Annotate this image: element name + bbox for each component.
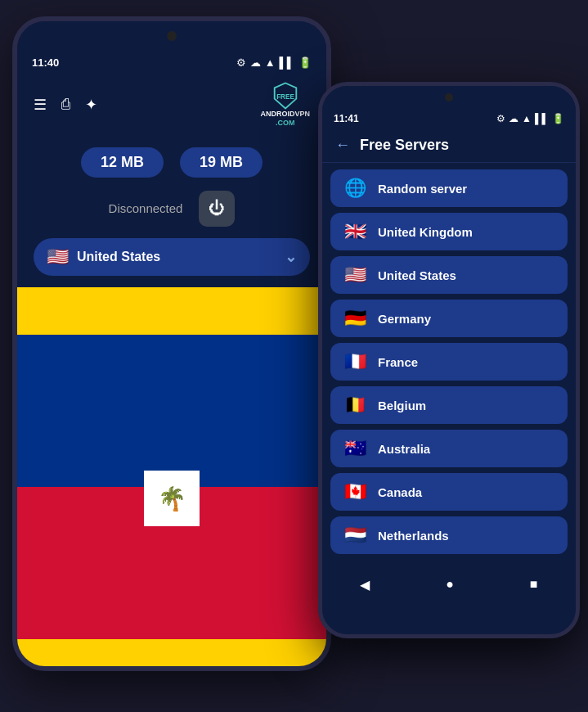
phone1-status-icons: ⚙ ☁ ▲ ▌▌ 🔋 (236, 56, 312, 69)
flag-blue (17, 335, 326, 487)
server-item-canada[interactable]: 🇨🇦Canada (330, 473, 568, 511)
selected-country-flag: 🇺🇸 (47, 246, 69, 268)
power-button[interactable]: ⏻ (199, 191, 235, 227)
settings-icon2: ⚙ (496, 113, 505, 124)
battery-icon2: 🔋 (552, 113, 564, 124)
server-name-2: United States (378, 268, 456, 282)
server-list: 🌐Random server🇬🇧United Kingdom🇺🇸United S… (322, 163, 576, 566)
signal-icon: ▌▌ (280, 56, 294, 69)
server-item-belgium[interactable]: 🇧🇪Belgium (330, 386, 568, 424)
phone2-bottom-nav: ◀ ● ■ (322, 566, 576, 602)
phone2-time: 11:41 (334, 113, 359, 124)
server-item-germany[interactable]: 🇩🇪Germany (330, 300, 568, 337)
server-flag-1: 🇬🇧 (342, 221, 368, 242)
battery-icon: 🔋 (298, 56, 312, 69)
flag-yellow-bottom (17, 639, 326, 671)
flag-red: 🌴 (17, 487, 326, 639)
haiti-flag: 🌴 (17, 287, 326, 671)
weather-icon: ☁ (250, 56, 261, 69)
server-name-0: Random server (378, 182, 467, 196)
phone1-statusbar: 11:40 ⚙ ☁ ▲ ▌▌ 🔋 (17, 51, 326, 74)
selected-country-name: United States (77, 250, 160, 264)
server-item-netherlands[interactable]: 🇳🇱Netherlands (330, 516, 568, 554)
back-button[interactable]: ← (335, 137, 350, 154)
phone1-disconnected-row: Disconnected ⏻ (17, 184, 326, 238)
phone1: 11:40 ⚙ ☁ ▲ ▌▌ 🔋 ☰ ⎙ ✦ FREE ANDROIDVPN.C… (12, 16, 331, 671)
power-icon: ⏻ (209, 199, 225, 218)
weather-icon2: ☁ (509, 113, 518, 124)
server-item-france[interactable]: 🇫🇷France (330, 343, 568, 381)
phone1-logo: FREE ANDROIDVPN.COM (260, 82, 310, 128)
phone1-left-icons: ☰ ⎙ ✦ (34, 96, 97, 114)
upload-stat: 19 MB (180, 147, 263, 178)
back-nav-button2[interactable]: ◀ (360, 577, 370, 593)
phone1-time: 11:40 (32, 56, 59, 69)
server-item-united-states[interactable]: 🇺🇸United States (330, 256, 568, 294)
logo-text: ANDROIDVPN.COM (260, 110, 310, 128)
phone2-screen-title: Free Servers (360, 137, 449, 154)
wifi-icon2: ▲ (522, 113, 532, 124)
server-name-8: Netherlands (378, 529, 449, 543)
server-item-australia[interactable]: 🇦🇺Australia (330, 430, 568, 467)
server-name-3: Germany (378, 312, 431, 326)
server-flag-8: 🇳🇱 (342, 525, 368, 546)
phone2-camera (445, 93, 453, 101)
shield-icon: FREE (272, 82, 299, 110)
wifi-icon: ▲ (265, 56, 276, 69)
settings-icon: ⚙ (236, 56, 246, 69)
server-flag-7: 🇨🇦 (342, 481, 368, 502)
phone2-statusbar: 11:41 ⚙ ☁ ▲ ▌▌ 🔋 (322, 109, 576, 128)
signal-icon2: ▌▌ (535, 113, 549, 124)
phone2-header: ← Free Servers (322, 128, 576, 163)
server-name-5: Belgium (378, 399, 426, 412)
phone1-notch (17, 21, 326, 51)
phone1-stats: 12 MB 19 MB (17, 136, 326, 184)
server-name-6: Australia (378, 442, 430, 456)
share-icon[interactable]: ⎙ (61, 96, 70, 113)
server-flag-2: 🇺🇸 (342, 264, 368, 286)
server-name-7: Canada (378, 485, 422, 499)
location-selector[interactable]: 🇺🇸 United States ⌄ (34, 238, 310, 276)
download-stat: 12 MB (81, 147, 164, 178)
phone2-status-icons: ⚙ ☁ ▲ ▌▌ 🔋 (496, 113, 564, 124)
recents-nav-button2[interactable]: ■ (530, 577, 538, 592)
server-flag-6: 🇦🇺 (342, 438, 368, 459)
server-flag-0: 🌐 (342, 178, 368, 199)
phone1-camera (167, 31, 177, 41)
phone2: 11:41 ⚙ ☁ ▲ ▌▌ 🔋 ← Free Servers 🌐Random … (318, 82, 580, 638)
connection-status: Disconnected (109, 201, 183, 215)
star-icon[interactable]: ✦ (85, 96, 97, 114)
server-flag-3: 🇩🇪 (342, 308, 368, 329)
server-item-united-kingdom[interactable]: 🇬🇧United Kingdom (330, 213, 568, 250)
svg-text:FREE: FREE (276, 93, 294, 101)
phone1-header: ☰ ⎙ ✦ FREE ANDROIDVPN.COM (17, 74, 326, 136)
home-nav-button2[interactable]: ● (446, 577, 454, 592)
phone1-content: 12 MB 19 MB Disconnected ⏻ 🇺🇸 United Sta… (17, 136, 326, 671)
server-flag-4: 🇫🇷 (342, 351, 368, 372)
chevron-down-icon: ⌄ (285, 248, 297, 266)
flag-display: 🌴 (17, 287, 326, 671)
server-flag-5: 🇧🇪 (342, 394, 368, 416)
server-name-1: United Kingdom (378, 225, 473, 239)
menu-icon[interactable]: ☰ (34, 96, 47, 114)
server-name-4: France (378, 355, 418, 369)
server-item-random-server[interactable]: 🌐Random server (330, 169, 568, 207)
phone2-notch (322, 86, 576, 109)
flag-yellow-top (17, 287, 326, 336)
flag-emblem: 🌴 (144, 471, 200, 526)
